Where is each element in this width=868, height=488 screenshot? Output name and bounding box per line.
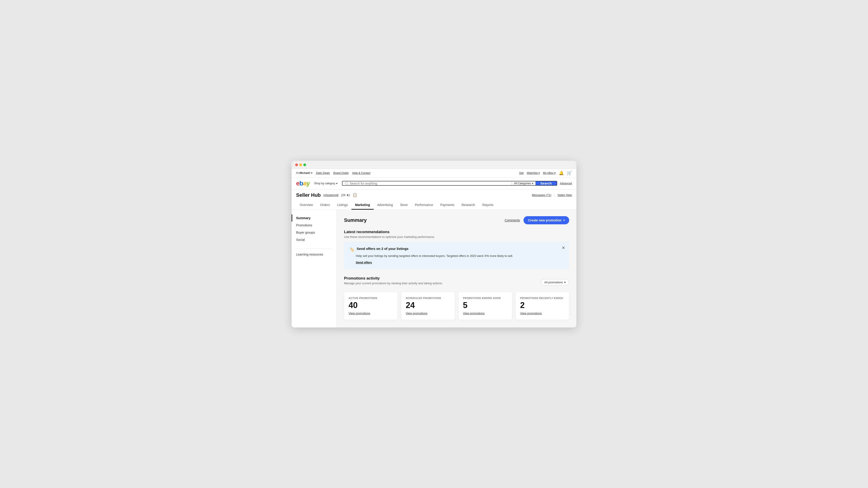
promo-card-link-ending-soon[interactable]: View promotions: [463, 312, 485, 315]
sidebar-main-section: Summary Promotions Buyer groups Social: [291, 214, 337, 243]
promo-card-recently-ended: Promotions Recently Ended 2 View promoti…: [516, 292, 569, 320]
create-promotion-label: Create new promotion: [528, 218, 561, 222]
close-dot[interactable]: [295, 163, 298, 166]
promo-card-number-scheduled: 24: [406, 301, 450, 309]
seller-username-link[interactable]: mhogenmill: [323, 193, 338, 197]
promo-card-link-scheduled[interactable]: View promotions: [406, 312, 428, 315]
seller-hub-title-row: Seller Hub mhogenmill (24 ★) 📋: [296, 192, 357, 198]
shop-by-category-label: Shop by category: [314, 182, 335, 185]
brand-outlet-link[interactable]: Brand Outlet: [333, 172, 348, 175]
page-content: Summary Promotions Buyer groups Social L…: [291, 210, 577, 328]
promo-card-ending-soon: Promotions Ending Soon 5 View promotions: [458, 292, 512, 320]
messages-link[interactable]: Messages (71): [532, 193, 551, 197]
svg-point-0: [345, 182, 348, 185]
nav-reports[interactable]: Reports: [479, 201, 497, 210]
category-chevron-icon: ▾: [532, 182, 533, 185]
minimize-dot[interactable]: [299, 163, 302, 166]
category-select[interactable]: All Categories ▾: [512, 181, 535, 185]
sidebar-item-buyer-groups[interactable]: Buyer groups: [291, 229, 337, 236]
promo-card-label-scheduled: Scheduled Promotions: [406, 297, 450, 299]
sell-link[interactable]: Sell: [519, 172, 524, 175]
sidebar-item-promotions[interactable]: Promotions: [291, 222, 337, 229]
rec-card-title: Send offers on 2 of your listings: [357, 247, 408, 250]
greeting-chevron[interactable]: ▾: [311, 172, 312, 175]
search-input-wrap: [342, 181, 512, 185]
shop-by-category-button[interactable]: Shop by category ▾: [312, 182, 339, 185]
recommendation-card: 🏷️ Send offers on 2 of your listings ✕ H…: [344, 242, 569, 269]
promo-cards-grid: Active Promotions 40 View promotions Sch…: [344, 292, 569, 320]
promotions-filter-chevron-icon: ▾: [564, 281, 566, 284]
fullscreen-dot[interactable]: [303, 163, 306, 166]
create-promotion-chevron-icon: ▾: [563, 219, 565, 222]
seller-hub-links: Messages (71) | Seller Help: [532, 193, 572, 197]
top-nav-left: Hi Michael! ▾ Daily Deals Brand Outlet H…: [296, 172, 370, 175]
nav-payments[interactable]: Payments: [437, 201, 458, 210]
promotions-filter-label: All promotions: [544, 281, 563, 284]
seller-hub-top: Seller Hub mhogenmill (24 ★) 📋 Messages …: [296, 192, 572, 198]
seller-hub-title: Seller Hub: [296, 192, 321, 198]
browser-window: Hi Michael! ▾ Daily Deals Brand Outlet H…: [291, 161, 577, 328]
search-container: All Categories ▾ Search: [342, 181, 557, 186]
sidebar-item-summary[interactable]: Summary: [291, 214, 337, 222]
seller-hub-header: Seller Hub mhogenmill (24 ★) 📋 Messages …: [291, 189, 577, 210]
nav-marketing[interactable]: Marketing: [351, 201, 374, 210]
my-ebay-link[interactable]: My eBay ▾: [543, 172, 556, 175]
watchlist-link[interactable]: Watchlist ▾: [527, 172, 540, 175]
nav-research[interactable]: Research: [458, 201, 479, 210]
comments-link[interactable]: Comments: [505, 218, 520, 222]
promo-card-link-recently-ended[interactable]: View promotions: [520, 312, 542, 315]
nav-store[interactable]: Store: [397, 201, 411, 210]
rec-card-close-button[interactable]: ✕: [562, 246, 565, 250]
daily-deals-link[interactable]: Daily Deals: [316, 172, 330, 175]
rec-card-send-offers-link[interactable]: Send offers: [349, 261, 372, 264]
promotions-activity-header: Promotions activity Manage your current …: [344, 276, 569, 288]
top-nav-right: Sell Watchlist ▾ My eBay ▾ 🔔 🛒: [519, 171, 572, 176]
promotions-activity-title-block: Promotions activity Manage your current …: [344, 276, 442, 288]
summary-header: Summary Comments Create new promotion ▾: [344, 216, 569, 224]
recommendations-title: Latest recommendations: [344, 230, 569, 234]
promo-card-number-ending-soon: 5: [463, 301, 507, 309]
category-label: All Categories: [514, 182, 531, 185]
recommendations-section: Latest recommendations Use these recomme…: [344, 230, 569, 269]
promo-card-number-active: 40: [348, 301, 393, 309]
tag-icon: 🏷️: [349, 247, 354, 252]
browser-chrome: [291, 161, 577, 169]
promo-card-label-active: Active Promotions: [348, 297, 393, 299]
sidebar: Summary Promotions Buyer groups Social L…: [291, 210, 337, 328]
search-magnifier-icon: [345, 182, 348, 185]
nav-listings[interactable]: Listings: [333, 201, 351, 210]
nav-advertising[interactable]: Advertising: [374, 201, 397, 210]
main-area: Summary Comments Create new promotion ▾ …: [337, 210, 577, 328]
advanced-search-link[interactable]: Advanced: [560, 182, 572, 185]
ebay-logo[interactable]: ebay: [296, 180, 310, 187]
links-divider: |: [554, 193, 555, 197]
search-button[interactable]: Search: [535, 181, 557, 185]
seller-help-link[interactable]: Seller Help: [557, 193, 572, 197]
promotions-activity-title: Promotions activity: [344, 276, 442, 281]
greeting-text: Hi Michael! ▾: [296, 172, 312, 175]
nav-overview[interactable]: Overview: [296, 201, 316, 210]
promotions-activity-section: Promotions activity Manage your current …: [344, 276, 569, 320]
promo-card-label-ending-soon: Promotions Ending Soon: [463, 297, 507, 299]
promo-card-label-recently-ended: Promotions Recently Ended: [520, 297, 565, 299]
search-input[interactable]: [350, 182, 509, 185]
summary-actions: Comments Create new promotion ▾: [505, 216, 569, 224]
promo-card-scheduled: Scheduled Promotions 24 View promotions: [401, 292, 455, 320]
notification-bell-icon[interactable]: 🔔: [559, 171, 564, 176]
rec-card-header: 🏷️ Send offers on 2 of your listings: [349, 247, 564, 252]
cart-icon[interactable]: 🛒: [567, 171, 572, 176]
seller-badge-icon: 📋: [352, 193, 357, 197]
help-contact-link[interactable]: Help & Contact: [352, 172, 370, 175]
promotions-filter-button[interactable]: All promotions ▾: [541, 279, 569, 285]
main-navigation: Overview Orders Listings Marketing Adver…: [296, 201, 572, 210]
nav-orders[interactable]: Orders: [316, 201, 333, 210]
promo-card-link-active[interactable]: View promotions: [348, 312, 370, 315]
rec-card-body: Help sell your listings by sending targe…: [349, 254, 564, 257]
top-navigation: Hi Michael! ▾ Daily Deals Brand Outlet H…: [291, 169, 577, 178]
sidebar-item-social[interactable]: Social: [291, 236, 337, 243]
create-promotion-button[interactable]: Create new promotion ▾: [524, 216, 569, 224]
sidebar-learning-resources[interactable]: Learning resources: [291, 251, 337, 258]
recommendations-subtitle: Use these recommendations to optimize yo…: [344, 235, 569, 239]
nav-performance[interactable]: Performance: [411, 201, 436, 210]
browser-dots: [295, 163, 573, 166]
